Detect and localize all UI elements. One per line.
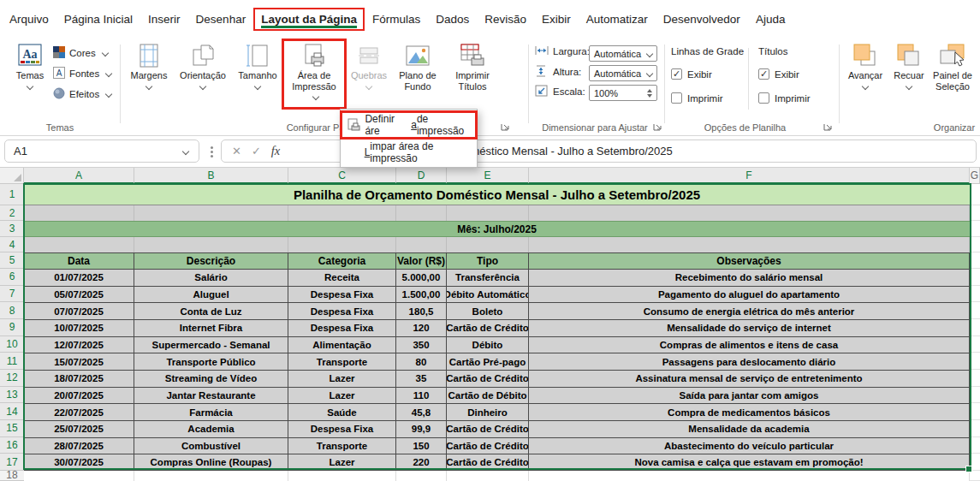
tab-arquivo[interactable]: Arquivo	[2, 7, 56, 32]
row-header-12[interactable]: 12	[0, 370, 24, 387]
formula-bar-splitter[interactable]	[211, 151, 213, 153]
cell-G14[interactable]	[970, 403, 980, 420]
cell-F13[interactable]: Saída para jantar com amigos	[529, 387, 970, 404]
row-header-11[interactable]: 11	[0, 353, 24, 370]
cell-G16[interactable]	[970, 437, 980, 454]
cell-G10[interactable]	[970, 336, 980, 353]
cell-E11[interactable]: Cartão Pré-pago	[447, 353, 529, 370]
cell-F10[interactable]: Compras de alimentos e itens de casa	[529, 336, 970, 353]
column-header-E[interactable]: E	[447, 168, 529, 184]
checkbox-icon[interactable]: ✓	[671, 68, 682, 80]
cell-E7[interactable]: Débito Automático	[447, 286, 529, 303]
selection-pane-button[interactable]: Painel de Seleção	[929, 41, 977, 92]
themes-button[interactable]: Aa Temas	[10, 41, 50, 89]
cell-D18[interactable]	[396, 471, 447, 481]
cell-C2[interactable]	[288, 205, 396, 221]
menu-item-1[interactable]: Limpar área de impressão	[341, 139, 477, 166]
cell-E9[interactable]: Cartão de Crédito	[447, 319, 529, 336]
cell-A5[interactable]: Data	[24, 252, 134, 269]
cell-D7[interactable]: 1.500,00	[396, 286, 447, 303]
tab-layout-da-p-gina[interactable]: Layout da Página	[253, 8, 365, 31]
opcoes-dialog-launcher[interactable]	[823, 122, 833, 131]
theme-fonts-button[interactable]: A Fontes	[53, 64, 111, 82]
cell-C12[interactable]: Lazer	[288, 370, 396, 387]
row-header-5[interactable]: 5	[0, 252, 24, 269]
column-header-A[interactable]: A	[24, 168, 134, 184]
configurar-pagina-dialog-launcher[interactable]	[501, 122, 510, 131]
cell-C8[interactable]: Despesa Fixa	[288, 302, 396, 319]
cell-B16[interactable]: Combustível	[134, 437, 288, 454]
cell-G7[interactable]	[970, 286, 980, 303]
formula-input-area[interactable]: ✕ ✓ fx Planilha de Orçamento Doméstico M…	[221, 140, 977, 163]
tab-exibir[interactable]: Exibir	[534, 7, 579, 32]
cell-D6[interactable]: 5.000,00	[396, 269, 447, 286]
cell-D4[interactable]	[396, 237, 447, 252]
row-header-16[interactable]: 16	[0, 437, 24, 454]
cell-E8[interactable]: Boleto	[447, 302, 529, 319]
tab-ajuda[interactable]: Ajuda	[748, 7, 793, 32]
cell-B15[interactable]: Academia	[134, 420, 288, 437]
row-header-9[interactable]: 9	[0, 319, 24, 336]
row-header-4[interactable]: 4	[0, 237, 24, 252]
checkbox-icon[interactable]: ✓	[758, 68, 769, 80]
print-area-button[interactable]: Área de Impressão	[284, 41, 344, 107]
cell-D16[interactable]: 150	[396, 437, 447, 454]
cell-C11[interactable]: Transporte	[288, 353, 396, 370]
cell-C7[interactable]: Despesa Fixa	[288, 286, 396, 303]
scale-spinner[interactable]: 100%	[589, 85, 657, 101]
row-header-17[interactable]: 17	[0, 454, 24, 471]
row-header-13[interactable]: 13	[0, 387, 24, 404]
chevron-down-icon[interactable]	[182, 147, 189, 154]
tab-desenhar[interactable]: Desenhar	[188, 7, 254, 32]
cell-F5[interactable]: Observações	[529, 252, 970, 269]
cancel-icon[interactable]: ✕	[232, 145, 241, 157]
cell-A9[interactable]: 10/07/2025	[24, 319, 134, 336]
cell-A14[interactable]: 22/07/2025	[24, 403, 134, 420]
cell-G13[interactable]	[970, 387, 980, 404]
cell-B17[interactable]: Compras Online (Roupas)	[134, 454, 288, 471]
cell-A13[interactable]: 20/07/2025	[24, 387, 134, 404]
cell-D12[interactable]: 35	[396, 370, 447, 387]
cell-B11[interactable]: Transporte Público	[134, 353, 288, 370]
tab-f-rmulas[interactable]: Fórmulas	[365, 7, 428, 32]
cell-F12[interactable]: Assinatura mensal de serviço de entreten…	[529, 370, 970, 387]
cell-G15[interactable]	[970, 420, 980, 437]
row-header-10[interactable]: 10	[0, 336, 24, 353]
cell-C6[interactable]: Receita	[288, 269, 396, 286]
size-button[interactable]: Tamanho	[233, 41, 282, 89]
cell-B2[interactable]	[134, 205, 288, 221]
cell-D10[interactable]: 350	[396, 336, 447, 353]
insert-function-icon[interactable]: fx	[271, 144, 280, 158]
cell-F14[interactable]: Compra de medicamentos básicos	[529, 403, 970, 420]
scale-width-dropdown[interactable]: Automática	[589, 45, 657, 62]
cell-E14[interactable]: Dinheiro	[447, 403, 529, 420]
cell-F8[interactable]: Consumo de energia elétrica do mês anter…	[529, 302, 970, 319]
cell-F16[interactable]: Abastecimento do veículo particular	[529, 437, 970, 454]
cell-E13[interactable]: Cartão de Débito	[447, 387, 529, 404]
cell-F6[interactable]: Recebimento do salário mensal	[529, 269, 970, 286]
cell-C13[interactable]: Lazer	[288, 387, 396, 404]
cell-G6[interactable]	[970, 269, 980, 286]
cell-C15[interactable]: Despesa Fixa	[288, 420, 396, 437]
column-header-G[interactable]: G	[970, 168, 980, 184]
scale-height-dropdown[interactable]: Automática	[589, 65, 657, 81]
cell-C18[interactable]	[288, 471, 396, 481]
row-header-3[interactable]: 3	[0, 221, 24, 237]
gridlines-print-checkbox[interactable]: ✓ Imprimir	[671, 92, 723, 104]
cell-A15[interactable]: 25/07/2025	[24, 420, 134, 437]
cell-E4[interactable]	[447, 237, 529, 252]
column-header-B[interactable]: B	[134, 168, 288, 184]
cell-A11[interactable]: 15/07/2025	[24, 353, 134, 370]
row-header-14[interactable]: 14	[0, 403, 24, 420]
cell-F9[interactable]: Mensalidade do serviço de internet	[529, 319, 970, 336]
cell-G2[interactable]	[970, 205, 980, 221]
cell-G4[interactable]	[970, 237, 980, 252]
cell-E17[interactable]: Cartão de Crédito	[447, 454, 529, 471]
column-header-C[interactable]: C	[288, 168, 396, 184]
cell-B6[interactable]: Salário	[134, 269, 288, 286]
tab-automatizar[interactable]: Automatizar	[579, 7, 656, 32]
cell-E6[interactable]: Transferência	[447, 269, 529, 286]
cell-E16[interactable]: Cartão de Crédito	[447, 437, 529, 454]
cell-B12[interactable]: Streaming de Vídeo	[134, 370, 288, 387]
cell-E5[interactable]: Tipo	[447, 252, 529, 269]
